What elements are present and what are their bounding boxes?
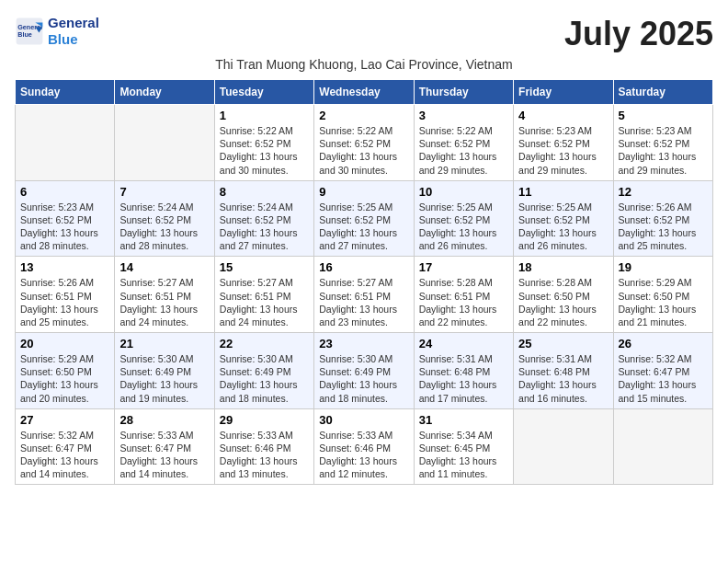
calendar-week-row: 20Sunrise: 5:29 AMSunset: 6:50 PMDayligh… [16,333,713,409]
calendar-cell [16,105,115,181]
calendar-table: SundayMondayTuesdayWednesdayThursdayFrid… [15,79,713,485]
day-number: 24 [419,337,508,350]
day-info: Sunrise: 5:26 AMSunset: 6:51 PMDaylight:… [20,276,109,328]
day-number: 16 [319,260,408,274]
day-number: 4 [518,109,608,122]
day-info: Sunrise: 5:33 AMSunset: 6:46 PMDaylight:… [220,429,309,481]
day-number: 5 [619,109,708,122]
calendar-cell: 16Sunrise: 5:27 AMSunset: 6:51 PMDayligh… [314,257,414,333]
day-number: 14 [119,260,209,274]
day-info: Sunrise: 5:30 AMSunset: 6:49 PMDaylight:… [319,352,408,405]
page-header: General Blue General Blue July 2025 [15,15,713,53]
calendar-cell: 9Sunrise: 5:25 AMSunset: 6:52 PMDaylight… [314,180,414,257]
calendar-cell: 20Sunrise: 5:29 AMSunset: 6:50 PMDayligh… [16,333,115,409]
day-info: Sunrise: 5:29 AMSunset: 6:50 PMDaylight:… [20,352,109,405]
day-info: Sunrise: 5:27 AMSunset: 6:51 PMDaylight:… [119,276,209,328]
calendar-week-row: 6Sunrise: 5:23 AMSunset: 6:52 PMDaylight… [16,180,713,257]
calendar-cell: 24Sunrise: 5:31 AMSunset: 6:48 PMDayligh… [414,333,513,409]
day-number: 31 [419,413,508,427]
calendar-cell: 28Sunrise: 5:33 AMSunset: 6:47 PMDayligh… [115,408,214,485]
calendar-week-row: 1Sunrise: 5:22 AMSunset: 6:52 PMDaylight… [16,105,713,181]
calendar-cell: 14Sunrise: 5:27 AMSunset: 6:51 PMDayligh… [115,257,214,333]
day-number: 10 [419,185,508,199]
day-number: 26 [619,337,708,350]
day-number: 17 [419,260,508,274]
weekday-header-thursday: Thursday [414,80,513,105]
calendar-cell: 31Sunrise: 5:34 AMSunset: 6:45 PMDayligh… [414,408,513,485]
day-info: Sunrise: 5:24 AMSunset: 6:52 PMDaylight:… [220,201,309,253]
day-number: 8 [220,185,309,199]
day-number: 7 [119,185,209,199]
day-number: 9 [319,185,408,199]
day-number: 11 [518,185,608,199]
day-number: 3 [419,109,508,122]
day-info: Sunrise: 5:33 AMSunset: 6:47 PMDaylight:… [119,429,209,481]
day-number: 15 [220,260,309,274]
weekday-header-tuesday: Tuesday [214,80,313,105]
logo: General Blue General Blue [15,15,99,48]
calendar-week-row: 13Sunrise: 5:26 AMSunset: 6:51 PMDayligh… [16,257,713,333]
logo-icon: General Blue [15,17,44,46]
calendar-cell: 5Sunrise: 5:23 AMSunset: 6:52 PMDaylight… [613,105,712,181]
calendar-cell: 18Sunrise: 5:28 AMSunset: 6:50 PMDayligh… [514,257,613,333]
day-number: 19 [619,260,708,274]
calendar-cell: 26Sunrise: 5:32 AMSunset: 6:47 PMDayligh… [613,333,712,409]
day-info: Sunrise: 5:24 AMSunset: 6:52 PMDaylight:… [119,201,209,253]
calendar-cell: 21Sunrise: 5:30 AMSunset: 6:49 PMDayligh… [115,333,214,409]
weekday-header-friday: Friday [514,80,613,105]
calendar-cell [514,408,613,485]
day-number: 29 [220,413,309,427]
calendar-cell: 25Sunrise: 5:31 AMSunset: 6:48 PMDayligh… [514,333,613,409]
day-number: 13 [20,260,109,274]
day-info: Sunrise: 5:22 AMSunset: 6:52 PMDaylight:… [319,124,408,177]
day-info: Sunrise: 5:29 AMSunset: 6:50 PMDaylight:… [619,276,708,328]
calendar-cell: 2Sunrise: 5:22 AMSunset: 6:52 PMDaylight… [314,105,414,181]
day-info: Sunrise: 5:32 AMSunset: 6:47 PMDaylight:… [20,429,109,481]
weekday-header-monday: Monday [115,80,214,105]
day-info: Sunrise: 5:22 AMSunset: 6:52 PMDaylight:… [419,124,508,177]
calendar-cell: 22Sunrise: 5:30 AMSunset: 6:49 PMDayligh… [214,333,313,409]
calendar-cell: 7Sunrise: 5:24 AMSunset: 6:52 PMDaylight… [115,180,214,257]
day-info: Sunrise: 5:32 AMSunset: 6:47 PMDaylight:… [619,352,708,405]
day-number: 18 [518,260,608,274]
day-number: 2 [319,109,408,122]
weekday-header-saturday: Saturday [613,80,712,105]
day-number: 25 [518,337,608,350]
calendar-cell: 10Sunrise: 5:25 AMSunset: 6:52 PMDayligh… [414,180,513,257]
day-number: 23 [319,337,408,350]
day-info: Sunrise: 5:30 AMSunset: 6:49 PMDaylight:… [220,352,309,405]
day-number: 27 [20,413,109,427]
calendar-cell: 6Sunrise: 5:23 AMSunset: 6:52 PMDaylight… [16,180,115,257]
calendar-cell: 23Sunrise: 5:30 AMSunset: 6:49 PMDayligh… [314,333,414,409]
day-number: 1 [220,109,309,122]
calendar-cell: 11Sunrise: 5:25 AMSunset: 6:52 PMDayligh… [514,180,613,257]
day-info: Sunrise: 5:23 AMSunset: 6:52 PMDaylight:… [619,124,708,177]
calendar-header-row: SundayMondayTuesdayWednesdayThursdayFrid… [16,80,713,105]
day-info: Sunrise: 5:27 AMSunset: 6:51 PMDaylight:… [319,276,408,328]
calendar-cell: 29Sunrise: 5:33 AMSunset: 6:46 PMDayligh… [214,408,313,485]
month-title: July 2025 [564,15,713,53]
day-info: Sunrise: 5:34 AMSunset: 6:45 PMDaylight:… [419,429,508,481]
day-info: Sunrise: 5:31 AMSunset: 6:48 PMDaylight:… [419,352,508,405]
calendar-cell [613,408,712,485]
day-number: 12 [619,185,708,199]
day-number: 6 [20,185,109,199]
day-info: Sunrise: 5:28 AMSunset: 6:50 PMDaylight:… [518,276,608,328]
svg-text:Blue: Blue [17,30,32,39]
calendar-cell: 4Sunrise: 5:23 AMSunset: 6:52 PMDaylight… [514,105,613,181]
weekday-header-sunday: Sunday [16,80,115,105]
day-info: Sunrise: 5:25 AMSunset: 6:52 PMDaylight:… [518,201,608,253]
day-info: Sunrise: 5:23 AMSunset: 6:52 PMDaylight:… [518,124,608,177]
calendar-cell: 8Sunrise: 5:24 AMSunset: 6:52 PMDaylight… [214,180,313,257]
calendar-week-row: 27Sunrise: 5:32 AMSunset: 6:47 PMDayligh… [16,408,713,485]
day-number: 21 [119,337,209,350]
day-info: Sunrise: 5:31 AMSunset: 6:48 PMDaylight:… [518,352,608,405]
calendar-cell: 30Sunrise: 5:33 AMSunset: 6:46 PMDayligh… [314,408,414,485]
calendar-cell: 15Sunrise: 5:27 AMSunset: 6:51 PMDayligh… [214,257,313,333]
day-number: 28 [119,413,209,427]
day-info: Sunrise: 5:30 AMSunset: 6:49 PMDaylight:… [119,352,209,405]
day-number: 20 [20,337,109,350]
calendar-cell: 12Sunrise: 5:26 AMSunset: 6:52 PMDayligh… [613,180,712,257]
logo-text: General Blue [48,15,99,48]
day-info: Sunrise: 5:23 AMSunset: 6:52 PMDaylight:… [20,201,109,253]
